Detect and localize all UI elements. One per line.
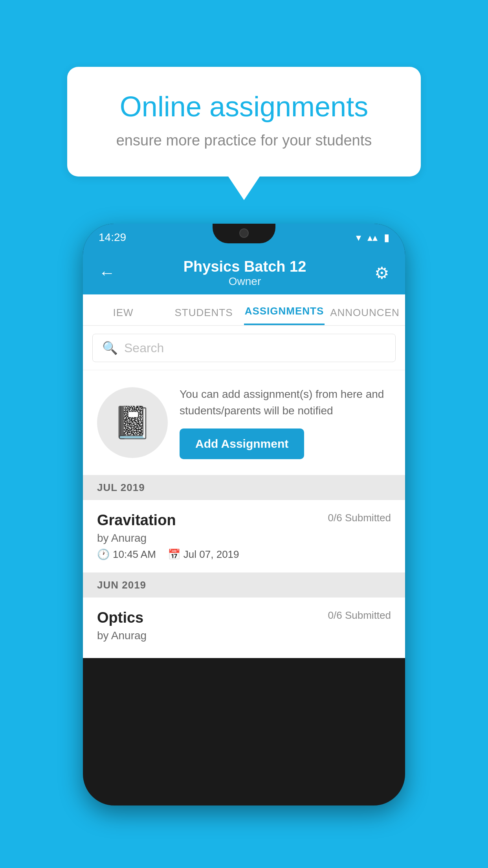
search-icon: 🔍 <box>102 340 118 355</box>
clock-icon: 🕐 <box>97 548 110 561</box>
tab-students[interactable]: STUDENTS <box>163 307 244 325</box>
assignment-icon-circle: 📓 <box>97 387 168 458</box>
tab-overview[interactable]: IEW <box>83 307 163 325</box>
speech-bubble: Online assignments ensure more practice … <box>67 67 421 177</box>
notch-camera <box>239 228 249 238</box>
notebook-icon: 📓 <box>113 404 152 441</box>
empty-state-description: You can add assignment(s) from here and … <box>180 386 391 419</box>
app-header: ← Physics Batch 12 Owner ⚙ <box>83 251 405 294</box>
settings-icon[interactable]: ⚙ <box>374 263 389 283</box>
phone-frame: 14:29 ▾ ▴▴ ▮ ← Physics Batch 12 Owner ⚙ … <box>83 224 405 805</box>
tabs-container: IEW STUDENTS ASSIGNMENTS ANNOUNCEN <box>83 294 405 326</box>
status-icons: ▾ ▴▴ ▮ <box>356 232 389 244</box>
status-time: 14:29 <box>99 231 126 244</box>
assignment-time-gravitation: 🕐 10:45 AM <box>97 548 156 561</box>
back-button[interactable]: ← <box>99 263 115 282</box>
assignment-item-optics[interactable]: Optics 0/6 Submitted by Anurag <box>83 598 405 658</box>
tab-assignments[interactable]: ASSIGNMENTS <box>244 305 325 325</box>
signal-icon: ▴▴ <box>367 232 378 244</box>
section-header-jun: JUN 2019 <box>83 573 405 598</box>
assignment-date-gravitation: 📅 Jul 07, 2019 <box>168 548 239 561</box>
calendar-icon: 📅 <box>168 548 180 561</box>
search-container: 🔍 Search <box>83 326 405 370</box>
assignment-top-row: Gravitation 0/6 Submitted <box>97 512 391 529</box>
speech-bubble-tail <box>228 177 260 200</box>
search-box[interactable]: 🔍 Search <box>92 334 396 362</box>
assignment-date-value: Jul 07, 2019 <box>183 548 239 561</box>
assignment-time-value: 10:45 AM <box>113 548 156 561</box>
battery-icon: ▮ <box>384 232 389 244</box>
phone-notch <box>213 224 275 243</box>
assignment-top-row-optics: Optics 0/6 Submitted <box>97 609 391 626</box>
assignment-name-gravitation: Gravitation <box>97 512 176 529</box>
speech-bubble-title: Online assignments <box>95 90 393 123</box>
batch-role: Owner <box>183 275 306 288</box>
header-center: Physics Batch 12 Owner <box>183 258 306 288</box>
tab-announcements[interactable]: ANNOUNCEN <box>325 307 405 325</box>
assignment-author-gravitation: by Anurag <box>97 532 391 544</box>
batch-title: Physics Batch 12 <box>183 258 306 275</box>
speech-bubble-container: Online assignments ensure more practice … <box>67 67 421 200</box>
assignment-name-optics: Optics <box>97 609 143 626</box>
empty-state-content: You can add assignment(s) from here and … <box>180 386 391 459</box>
wifi-icon: ▾ <box>356 232 361 244</box>
add-assignment-button[interactable]: Add Assignment <box>180 428 304 459</box>
section-header-jul: JUL 2019 <box>83 475 405 500</box>
phone-container: 14:29 ▾ ▴▴ ▮ ← Physics Batch 12 Owner ⚙ … <box>83 224 405 805</box>
speech-bubble-subtitle: ensure more practice for your students <box>95 132 393 149</box>
assignment-author-optics: by Anurag <box>97 629 391 642</box>
assignment-submitted-optics: 0/6 Submitted <box>328 609 391 622</box>
assignment-meta-gravitation: 🕐 10:45 AM 📅 Jul 07, 2019 <box>97 548 391 561</box>
empty-state: 📓 You can add assignment(s) from here an… <box>83 370 405 475</box>
assignment-item-gravitation[interactable]: Gravitation 0/6 Submitted by Anurag 🕐 10… <box>83 500 405 573</box>
assignment-submitted-gravitation: 0/6 Submitted <box>328 512 391 524</box>
search-placeholder: Search <box>124 341 164 355</box>
